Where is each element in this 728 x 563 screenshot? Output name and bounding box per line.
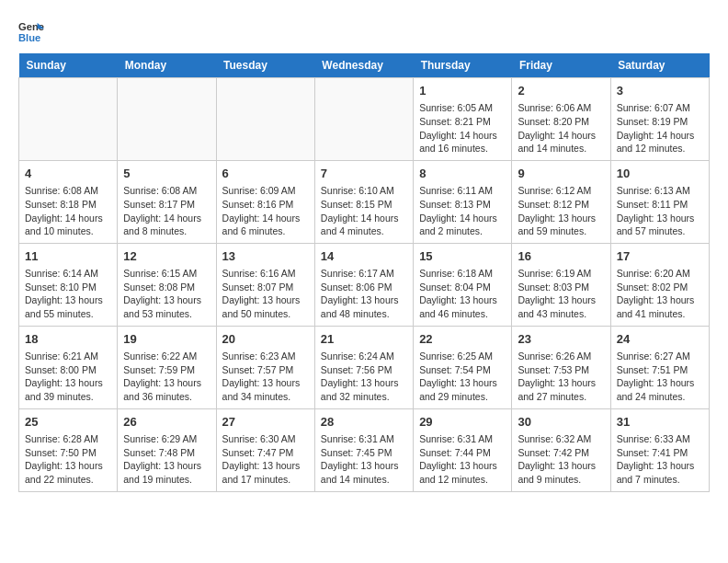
day-info: Sunrise: 6:21 AM Sunset: 8:00 PM Dayligh… <box>25 350 111 404</box>
calendar-cell: 20Sunrise: 6:23 AM Sunset: 7:57 PM Dayli… <box>216 326 314 408</box>
day-number: 17 <box>617 248 703 265</box>
calendar-cell: 5Sunrise: 6:08 AM Sunset: 8:17 PM Daylig… <box>118 160 216 243</box>
calendar-cell: 16Sunrise: 6:19 AM Sunset: 8:03 PM Dayli… <box>512 243 610 326</box>
calendar-cell: 9Sunrise: 6:12 AM Sunset: 8:12 PM Daylig… <box>512 160 610 243</box>
day-number: 29 <box>419 414 506 431</box>
day-info: Sunrise: 6:33 AM Sunset: 7:41 PM Dayligh… <box>617 432 703 487</box>
day-number: 3 <box>617 83 703 99</box>
day-info: Sunrise: 6:22 AM Sunset: 7:59 PM Dayligh… <box>123 350 210 404</box>
calendar-cell: 15Sunrise: 6:18 AM Sunset: 8:04 PM Dayli… <box>414 243 512 326</box>
calendar-cell <box>314 78 413 161</box>
calendar-cell: 30Sunrise: 6:32 AM Sunset: 7:42 PM Dayli… <box>512 408 610 491</box>
day-header-monday: Monday <box>118 53 216 78</box>
header: General Blue <box>18 18 710 44</box>
day-info: Sunrise: 6:12 AM Sunset: 8:12 PM Dayligh… <box>518 184 604 238</box>
day-number: 1 <box>419 83 506 99</box>
calendar-cell: 10Sunrise: 6:13 AM Sunset: 8:11 PM Dayli… <box>610 160 709 243</box>
day-number: 24 <box>617 331 703 348</box>
day-info: Sunrise: 6:15 AM Sunset: 8:08 PM Dayligh… <box>123 267 210 321</box>
day-info: Sunrise: 6:05 AM Sunset: 8:21 PM Dayligh… <box>419 101 506 155</box>
day-info: Sunrise: 6:26 AM Sunset: 7:53 PM Dayligh… <box>518 350 604 404</box>
day-number: 20 <box>222 331 309 348</box>
week-row-5: 25Sunrise: 6:28 AM Sunset: 7:50 PM Dayli… <box>19 408 710 491</box>
day-number: 7 <box>321 166 407 182</box>
day-number: 16 <box>518 248 604 265</box>
day-number: 5 <box>123 166 210 182</box>
logo-icon: General Blue <box>18 18 44 44</box>
calendar-cell: 25Sunrise: 6:28 AM Sunset: 7:50 PM Dayli… <box>19 408 118 491</box>
day-number: 25 <box>25 414 111 431</box>
calendar-cell: 17Sunrise: 6:20 AM Sunset: 8:02 PM Dayli… <box>610 243 709 326</box>
calendar-cell <box>216 78 314 161</box>
day-number: 6 <box>222 166 309 182</box>
day-number: 2 <box>518 83 604 99</box>
calendar-cell: 31Sunrise: 6:33 AM Sunset: 7:41 PM Dayli… <box>610 408 709 491</box>
calendar-cell: 26Sunrise: 6:29 AM Sunset: 7:48 PM Dayli… <box>118 408 216 491</box>
day-number: 28 <box>321 414 407 431</box>
day-number: 22 <box>419 331 506 348</box>
calendar-body: 1Sunrise: 6:05 AM Sunset: 8:21 PM Daylig… <box>19 78 710 492</box>
day-info: Sunrise: 6:06 AM Sunset: 8:20 PM Dayligh… <box>518 101 604 155</box>
calendar-cell: 8Sunrise: 6:11 AM Sunset: 8:13 PM Daylig… <box>414 160 512 243</box>
calendar-cell: 23Sunrise: 6:26 AM Sunset: 7:53 PM Dayli… <box>512 326 610 408</box>
calendar-cell: 3Sunrise: 6:07 AM Sunset: 8:19 PM Daylig… <box>610 78 709 161</box>
day-number: 8 <box>419 166 506 182</box>
calendar-cell: 12Sunrise: 6:15 AM Sunset: 8:08 PM Dayli… <box>118 243 216 326</box>
calendar-cell: 7Sunrise: 6:10 AM Sunset: 8:15 PM Daylig… <box>314 160 413 243</box>
day-info: Sunrise: 6:08 AM Sunset: 8:18 PM Dayligh… <box>25 184 111 238</box>
week-row-3: 11Sunrise: 6:14 AM Sunset: 8:10 PM Dayli… <box>19 243 710 326</box>
day-number: 14 <box>321 248 407 265</box>
day-header-tuesday: Tuesday <box>216 53 314 78</box>
day-number: 30 <box>518 414 604 431</box>
day-info: Sunrise: 6:24 AM Sunset: 7:56 PM Dayligh… <box>321 350 407 404</box>
day-number: 31 <box>617 414 703 431</box>
calendar-cell: 28Sunrise: 6:31 AM Sunset: 7:45 PM Dayli… <box>314 408 413 491</box>
day-number: 26 <box>123 414 210 431</box>
calendar-cell: 2Sunrise: 6:06 AM Sunset: 8:20 PM Daylig… <box>512 78 610 161</box>
day-number: 15 <box>419 248 506 265</box>
calendar-cell: 14Sunrise: 6:17 AM Sunset: 8:06 PM Dayli… <box>314 243 413 326</box>
calendar-cell: 19Sunrise: 6:22 AM Sunset: 7:59 PM Dayli… <box>118 326 216 408</box>
day-info: Sunrise: 6:20 AM Sunset: 8:02 PM Dayligh… <box>617 267 703 321</box>
day-info: Sunrise: 6:32 AM Sunset: 7:42 PM Dayligh… <box>518 432 604 487</box>
day-info: Sunrise: 6:30 AM Sunset: 7:47 PM Dayligh… <box>222 432 309 487</box>
logo: General Blue <box>18 18 44 44</box>
svg-text:Blue: Blue <box>18 32 40 43</box>
calendar-cell: 4Sunrise: 6:08 AM Sunset: 8:18 PM Daylig… <box>19 160 118 243</box>
day-info: Sunrise: 6:10 AM Sunset: 8:15 PM Dayligh… <box>321 184 407 238</box>
day-info: Sunrise: 6:11 AM Sunset: 8:13 PM Dayligh… <box>419 184 506 238</box>
day-header-saturday: Saturday <box>610 53 709 78</box>
day-info: Sunrise: 6:17 AM Sunset: 8:06 PM Dayligh… <box>321 267 407 321</box>
day-number: 18 <box>25 331 111 348</box>
day-header-thursday: Thursday <box>414 53 512 78</box>
day-number: 27 <box>222 414 309 431</box>
day-number: 9 <box>518 166 604 182</box>
day-number: 13 <box>222 248 309 265</box>
calendar-header-row: SundayMondayTuesdayWednesdayThursdayFrid… <box>19 53 710 78</box>
day-number: 19 <box>123 331 210 348</box>
day-info: Sunrise: 6:09 AM Sunset: 8:16 PM Dayligh… <box>222 184 309 238</box>
day-info: Sunrise: 6:31 AM Sunset: 7:45 PM Dayligh… <box>321 432 407 487</box>
calendar-cell <box>19 78 118 161</box>
week-row-2: 4Sunrise: 6:08 AM Sunset: 8:18 PM Daylig… <box>19 160 710 243</box>
day-number: 10 <box>617 166 703 182</box>
day-info: Sunrise: 6:19 AM Sunset: 8:03 PM Dayligh… <box>518 267 604 321</box>
day-number: 12 <box>123 248 210 265</box>
day-info: Sunrise: 6:08 AM Sunset: 8:17 PM Dayligh… <box>123 184 210 238</box>
day-number: 4 <box>25 166 111 182</box>
calendar-cell: 13Sunrise: 6:16 AM Sunset: 8:07 PM Dayli… <box>216 243 314 326</box>
day-number: 11 <box>25 248 111 265</box>
calendar-table: SundayMondayTuesdayWednesdayThursdayFrid… <box>18 53 710 492</box>
calendar-cell: 24Sunrise: 6:27 AM Sunset: 7:51 PM Dayli… <box>610 326 709 408</box>
calendar-cell: 6Sunrise: 6:09 AM Sunset: 8:16 PM Daylig… <box>216 160 314 243</box>
day-info: Sunrise: 6:27 AM Sunset: 7:51 PM Dayligh… <box>617 350 703 404</box>
calendar-cell: 29Sunrise: 6:31 AM Sunset: 7:44 PM Dayli… <box>414 408 512 491</box>
day-info: Sunrise: 6:23 AM Sunset: 7:57 PM Dayligh… <box>222 350 309 404</box>
calendar-cell: 1Sunrise: 6:05 AM Sunset: 8:21 PM Daylig… <box>414 78 512 161</box>
day-header-wednesday: Wednesday <box>314 53 413 78</box>
calendar-cell: 18Sunrise: 6:21 AM Sunset: 8:00 PM Dayli… <box>19 326 118 408</box>
calendar-cell: 11Sunrise: 6:14 AM Sunset: 8:10 PM Dayli… <box>19 243 118 326</box>
calendar-cell: 27Sunrise: 6:30 AM Sunset: 7:47 PM Dayli… <box>216 408 314 491</box>
day-info: Sunrise: 6:28 AM Sunset: 7:50 PM Dayligh… <box>25 432 111 487</box>
day-number: 21 <box>321 331 407 348</box>
